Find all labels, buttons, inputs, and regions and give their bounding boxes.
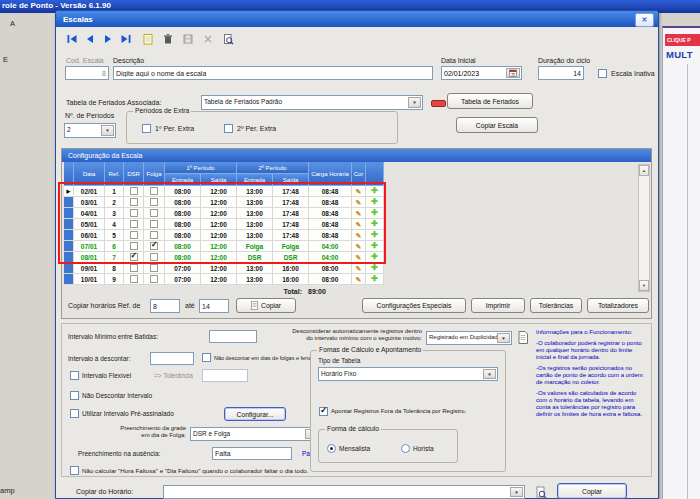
pencil-icon[interactable]: ✎ — [356, 188, 362, 195]
cell-entrada1[interactable]: 08:00 — [165, 208, 201, 219]
last-record-button[interactable] — [118, 31, 134, 46]
cell-entrada2[interactable]: 13:00 — [237, 219, 273, 230]
nao-calcular-faltas-checkbox[interactable] — [70, 466, 79, 475]
copiar-horario-button[interactable]: Copiar — [557, 483, 627, 499]
folga-checkbox[interactable] — [150, 187, 158, 195]
col-folga[interactable]: Folga — [144, 162, 165, 186]
cell-entrada2[interactable]: 13:00 — [237, 230, 273, 241]
row-selector-cell[interactable]: ▶ — [64, 219, 74, 230]
cell-cor[interactable]: ✎ — [352, 186, 366, 197]
cell-ref[interactable]: 2 — [105, 197, 124, 208]
first-record-button[interactable] — [64, 31, 80, 46]
row-selector-cell[interactable]: ▶ — [64, 186, 74, 197]
duracao-ciclo-field[interactable] — [538, 66, 584, 80]
copiar-button[interactable]: Copiar — [236, 298, 296, 313]
dsr-checkbox[interactable] — [130, 231, 138, 239]
cell-carga[interactable]: 08:48 — [309, 197, 352, 208]
cell-saida2[interactable]: 16:00 — [273, 274, 309, 285]
cell-ref[interactable]: 3 — [105, 208, 124, 219]
cell-date[interactable]: 04/01 — [74, 208, 105, 219]
col-saida2[interactable]: Saída — [273, 174, 309, 186]
cell-saida1[interactable]: 12:00 — [201, 219, 237, 230]
cell-date[interactable]: 08/01 — [74, 252, 105, 263]
cell-saida2[interactable]: 17:48 — [273, 230, 309, 241]
feriados-select[interactable]: Tabela de Feriados Padrão ▼ — [201, 95, 423, 110]
folga-checkbox[interactable] — [150, 253, 158, 261]
dsr-checkbox[interactable] — [130, 264, 138, 272]
cell-date[interactable]: 06/01 — [74, 230, 105, 241]
cell-saida2[interactable]: DSR — [273, 252, 309, 263]
plus-icon[interactable]: ✚ — [371, 275, 378, 283]
motivo-select[interactable]: Registrado em Duplicidade ▼ — [426, 331, 512, 345]
cell-entrada2[interactable]: DSR — [237, 252, 273, 263]
row-selector-cell[interactable]: ▶ — [64, 263, 74, 274]
table-row[interactable]: ▶ 04/01 3 08:00 12:00 13:00 17:48 08:48 … — [64, 208, 384, 219]
cell-carga[interactable]: 08:00 — [309, 263, 352, 274]
cod-escala-field[interactable] — [65, 66, 109, 80]
cell-entrada1[interactable]: 08:00 — [165, 241, 201, 252]
tolerancia-field[interactable] — [202, 369, 248, 382]
cell-add[interactable]: ✚ — [366, 230, 384, 241]
cell-entrada1[interactable]: 08:00 — [165, 230, 201, 241]
cell-entrada2[interactable]: 13:00 — [237, 208, 273, 219]
cell-saida1[interactable]: 12:00 — [201, 252, 237, 263]
cell-entrada2[interactable]: 13:00 — [237, 186, 273, 197]
cell-dsr[interactable] — [124, 186, 144, 197]
col-cor[interactable]: Cor — [352, 162, 366, 186]
pencil-icon[interactable]: ✎ — [356, 221, 362, 228]
cell-entrada1[interactable]: 08:00 — [165, 197, 201, 208]
col-saida1[interactable]: Saída — [201, 174, 237, 186]
nao-descontar-intervalo-checkbox[interactable] — [70, 391, 79, 400]
pencil-icon[interactable]: ✎ — [356, 276, 362, 283]
table-row[interactable]: ▶ 07/01 6 08:00 12:00 Folga Folga 04:00 … — [64, 241, 384, 252]
cell-carga[interactable]: 08:48 — [309, 230, 352, 241]
cell-ref[interactable]: 8 — [105, 263, 124, 274]
cell-dsr[interactable] — [124, 274, 144, 285]
folga-checkbox[interactable] — [150, 242, 158, 250]
cell-dsr[interactable] — [124, 252, 144, 263]
copiar-escala-button[interactable]: Copiar Escala — [456, 117, 538, 133]
folga-checkbox[interactable] — [150, 264, 158, 272]
cell-dsr[interactable] — [124, 230, 144, 241]
pencil-icon[interactable]: ✎ — [356, 243, 362, 250]
plus-icon[interactable]: ✚ — [371, 264, 378, 272]
copiar-horario-select[interactable]: ▼ — [163, 485, 525, 499]
cell-add[interactable]: ✚ — [366, 186, 384, 197]
cell-cor[interactable]: ✎ — [352, 274, 366, 285]
cell-add[interactable]: ✚ — [366, 241, 384, 252]
mensalista-radio[interactable] — [327, 444, 336, 453]
cell-entrada1[interactable]: 08:00 — [165, 252, 201, 263]
col-ref[interactable]: Ref. — [105, 162, 124, 186]
row-selector-cell[interactable]: ▶ — [64, 208, 74, 219]
configurar-button[interactable]: Configurar... — [224, 407, 286, 421]
intervalo-flexivel-checkbox[interactable] — [70, 371, 79, 380]
cell-dsr[interactable] — [124, 263, 144, 274]
pencil-icon[interactable]: ✎ — [356, 232, 362, 239]
folga-checkbox[interactable] — [150, 231, 158, 239]
configuracoes-especiais-button[interactable]: Configurações Especiais — [362, 298, 466, 313]
close-button[interactable]: ✕ — [635, 13, 654, 27]
tolerancias-button[interactable]: Tolerâncias — [530, 298, 582, 313]
cell-saida1[interactable]: 12:00 — [201, 274, 237, 285]
cell-saida1[interactable]: 12:00 — [201, 197, 237, 208]
per2-extra-checkbox[interactable] — [224, 124, 233, 133]
table-row[interactable]: ▶ 05/01 4 08:00 12:00 13:00 17:48 08:48 … — [64, 219, 384, 230]
cell-ref[interactable]: 6 — [105, 241, 124, 252]
cell-folga[interactable] — [144, 263, 165, 274]
preenchimento-ausencia-field[interactable] — [212, 447, 292, 460]
apontar-registros-checkbox[interactable] — [319, 407, 328, 416]
imprimir-button[interactable]: Imprimir — [471, 298, 525, 313]
copiar-ref-ate-field[interactable] — [199, 299, 229, 313]
cell-ref[interactable]: 9 — [105, 274, 124, 285]
cell-saida2[interactable]: 17:48 — [273, 197, 309, 208]
cell-cor[interactable]: ✎ — [352, 197, 366, 208]
motivo-doc-icon[interactable] — [518, 330, 528, 348]
dsr-checkbox[interactable] — [130, 209, 138, 217]
folga-checkbox[interactable] — [150, 220, 158, 228]
chevron-down-icon[interactable]: ▼ — [408, 97, 421, 108]
table-row[interactable]: ▶ 08/01 7 08:00 12:00 DSR DSR 04:00 ✎ ✚ — [64, 252, 384, 263]
cell-folga[interactable] — [144, 252, 165, 263]
row-selector-cell[interactable]: ▶ — [64, 230, 74, 241]
cell-carga[interactable]: 04:00 — [309, 252, 352, 263]
cell-date[interactable]: 02/01 — [74, 186, 105, 197]
